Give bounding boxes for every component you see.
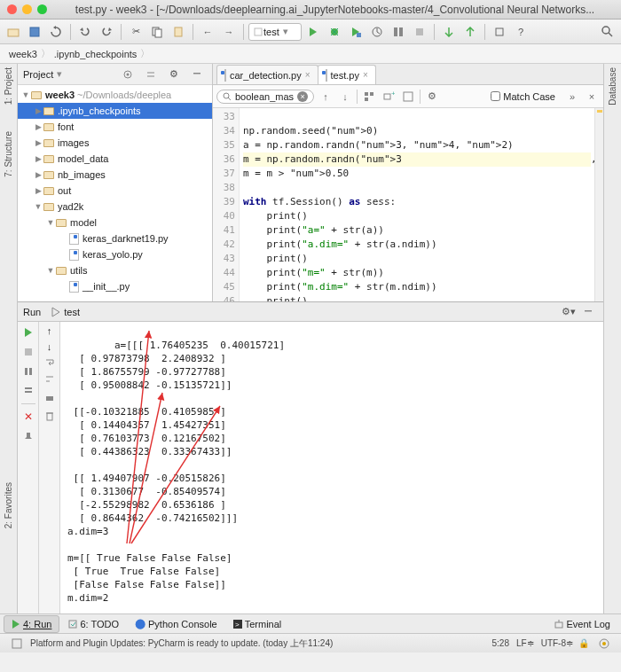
redo-button[interactable]	[97, 22, 116, 42]
editor-tab[interactable]: car_detection.py ×	[216, 65, 318, 84]
close-tab-icon[interactable]: ×	[363, 70, 368, 80]
status-menu-icon[interactable]	[7, 634, 27, 653]
stop-button[interactable]	[410, 22, 429, 42]
close-run-button[interactable]: ✕	[21, 410, 35, 424]
minimize-window-button[interactable]	[22, 4, 32, 14]
pause-button[interactable]	[21, 364, 35, 379]
tree-node-py[interactable]: keras_darknet19.py	[18, 231, 212, 246]
vcs-button[interactable]	[439, 22, 459, 42]
back-button[interactable]: ←	[198, 22, 217, 42]
close-find-bar-icon[interactable]: ×	[584, 89, 600, 105]
svg-rect-39	[12, 639, 21, 648]
event-log-tool-tab[interactable]: Event Log	[547, 615, 617, 633]
prev-match-button[interactable]: ↑	[318, 89, 334, 105]
tree-node-folder[interactable]: ▶images	[18, 135, 212, 151]
select-all-matches-button[interactable]	[361, 89, 377, 105]
cut-button[interactable]: ✂	[126, 22, 145, 42]
project-tool-tab[interactable]: 1: Project	[4, 67, 13, 105]
python-console-tool-tab[interactable]: ⬤Python Console	[128, 615, 224, 633]
svg-rect-3	[155, 29, 161, 37]
file-encoding[interactable]: UTF-8≑	[541, 638, 573, 648]
open-file-button[interactable]	[4, 22, 23, 42]
database-tool-tab[interactable]: Database	[608, 67, 617, 105]
find-input[interactable]: boolean_mas ×	[216, 90, 314, 104]
run-settings-icon[interactable]: ⚙▾	[559, 302, 578, 322]
navigation-bar[interactable]: week3 〉 .ipynb_checkpoints 〉	[0, 44, 621, 64]
breadcrumb-item[interactable]: .ipynb_checkpoints	[51, 49, 141, 59]
editor-tab-active[interactable]: test.py ×	[318, 65, 376, 84]
clear-all-button[interactable]	[44, 410, 55, 423]
tree-node-folder[interactable]: ▶font	[18, 119, 212, 135]
copy-button[interactable]	[147, 22, 167, 42]
tree-node-folder[interactable]: ▼yad2k	[18, 199, 212, 215]
run-button[interactable]	[303, 22, 323, 42]
settings-gear-icon[interactable]: ⚙	[164, 65, 184, 84]
tree-node-folder[interactable]: ▶out	[18, 183, 212, 199]
tree-node-folder[interactable]: ▼utils	[18, 262, 212, 278]
run-primary-toolbar: ✕	[18, 322, 39, 613]
refresh-button[interactable]	[46, 22, 66, 42]
tree-node-folder[interactable]: ▶model_data	[18, 151, 212, 167]
breadcrumb-item[interactable]: week3	[5, 49, 41, 59]
project-structure-button[interactable]	[490, 22, 509, 42]
paste-button[interactable]	[169, 22, 188, 42]
close-window-button[interactable]	[7, 4, 17, 14]
help-button[interactable]: ?	[511, 22, 531, 42]
toggle-find-button[interactable]	[400, 89, 416, 105]
find-settings-icon[interactable]: ⚙	[424, 89, 440, 105]
error-stripe[interactable]	[594, 108, 603, 301]
more-find-options-icon[interactable]: »	[564, 89, 580, 105]
line-separator[interactable]: LF≑	[516, 638, 534, 648]
zoom-window-button[interactable]	[37, 4, 47, 14]
scroll-down-button[interactable]: ↓	[47, 341, 52, 352]
project-view-selector[interactable]: Project	[23, 69, 53, 80]
console-output[interactable]: a=[[[ 1.76405235 0.40015721] [ 0.9787379…	[60, 322, 603, 613]
caret-position[interactable]: 5:28	[492, 638, 509, 648]
svg-rect-21	[384, 94, 390, 99]
soft-wrap-button[interactable]	[44, 357, 55, 370]
autoscroll-to-source-icon[interactable]	[118, 65, 138, 84]
tree-node-folder[interactable]: ▶.ipynb_checkpoints	[18, 103, 212, 119]
stop-process-button[interactable]	[21, 345, 35, 359]
tree-node-py[interactable]: keras_yolo.py	[18, 246, 212, 262]
tree-node-folder[interactable]: ▶nb_images	[18, 167, 212, 183]
svg-rect-5	[255, 28, 262, 35]
run-secondary-toolbar: ↑ ↓	[39, 322, 60, 613]
run-tool-tab[interactable]: 4: Run	[4, 615, 59, 633]
undo-button[interactable]	[75, 22, 95, 42]
dump-threads-button[interactable]	[21, 384, 35, 398]
run-coverage-button[interactable]	[346, 22, 366, 42]
profile-button[interactable]	[367, 22, 387, 42]
inspection-profile-icon[interactable]	[594, 634, 614, 653]
hide-run-panel-icon[interactable]	[578, 302, 598, 322]
tree-node-folder[interactable]: ▼model	[18, 215, 212, 231]
hide-panel-icon[interactable]	[187, 65, 207, 84]
status-bar: Platform and Plugin Updates: PyCharm is …	[0, 633, 621, 652]
close-tab-icon[interactable]: ×	[305, 70, 310, 80]
scroll-up-button[interactable]: ↑	[47, 325, 52, 336]
save-button[interactable]	[25, 22, 44, 42]
project-tree[interactable]: ▼week3 ~/Downloads/deeplea ▶.ipynb_check…	[18, 85, 212, 301]
next-match-button[interactable]: ↓	[337, 89, 353, 105]
scroll-to-end-button[interactable]	[44, 375, 55, 387]
terminal-tool-tab[interactable]: >Terminal	[226, 615, 289, 633]
rerun-button[interactable]	[21, 325, 35, 340]
structure-tool-tab[interactable]: 7: Structure	[4, 131, 13, 177]
run-config-selector[interactable]: test ▾	[248, 23, 302, 41]
collapse-all-icon[interactable]	[141, 65, 161, 84]
favorites-tool-tab[interactable]: 2: Favorites	[4, 482, 13, 528]
match-case-checkbox[interactable]: Match Case	[491, 91, 555, 102]
code-editor[interactable]: 333435363738394041424344454647 np.random…	[213, 108, 603, 301]
todo-tool-tab[interactable]: 6: TODO	[61, 615, 126, 633]
pin-tab-button[interactable]	[21, 429, 35, 443]
vcs-commit-button[interactable]	[460, 22, 480, 42]
forward-button[interactable]: →	[219, 22, 239, 42]
add-selection-button[interactable]: +	[381, 89, 397, 105]
print-button[interactable]	[44, 393, 55, 405]
tree-node-py[interactable]: __init__.py	[18, 278, 212, 294]
search-everywhere-button[interactable]	[598, 22, 617, 42]
concurrency-button[interactable]	[389, 22, 408, 42]
debug-button[interactable]	[325, 22, 344, 42]
clear-search-icon[interactable]: ×	[297, 91, 308, 102]
lock-icon[interactable]: 🔒	[578, 638, 589, 648]
